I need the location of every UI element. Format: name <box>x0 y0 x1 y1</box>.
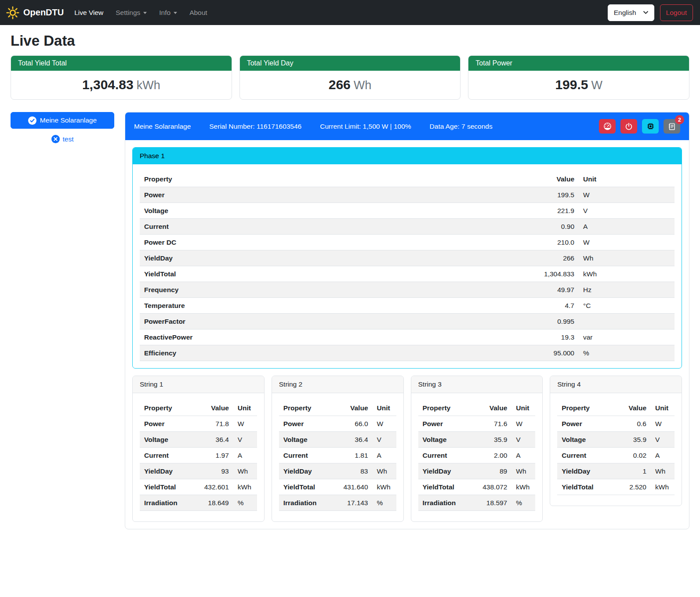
value-cell: 93 <box>194 463 233 479</box>
value-cell: 0.995 <box>508 314 579 329</box>
event-log-button[interactable]: 2 <box>664 119 680 134</box>
property-cell: Current <box>557 448 611 463</box>
value-column-header: Value <box>194 400 233 416</box>
table-row: YieldTotal2.520kWh <box>557 479 675 495</box>
table-row: Efficiency95.000% <box>140 345 675 361</box>
table-row: Irradiation18.649% <box>140 495 257 511</box>
inverter-header: Meine Solaranlage Serial Number: 1161716… <box>125 112 689 140</box>
nav-item-about[interactable]: About <box>183 5 214 20</box>
nav-item-settings[interactable]: Settings <box>109 5 153 20</box>
unit-cell: V <box>511 432 535 448</box>
property-cell: YieldDay <box>418 463 472 479</box>
property-cell: Current <box>418 448 472 463</box>
unit-column-header: Unit <box>651 400 675 416</box>
unit-cell: kWh <box>233 479 257 495</box>
unit-column-header: Unit <box>233 400 257 416</box>
nav-item-info[interactable]: Info <box>153 5 183 20</box>
logout-button[interactable]: Logout <box>660 4 693 21</box>
value-cell: 0.6 <box>611 416 651 432</box>
phase-table: PropertyValueUnitPower199.5WVoltage221.9… <box>140 171 675 361</box>
property-cell: Power <box>140 416 194 432</box>
inverter-serial: Serial Number: 116171603546 <box>209 123 301 130</box>
inverter-selector-selected[interactable]: Meine Solaranlage <box>11 112 114 129</box>
table-header-row: PropertyValueUnit <box>279 400 396 416</box>
language-select[interactable]: English <box>608 4 654 21</box>
power-button[interactable] <box>620 119 637 134</box>
property-cell: Voltage <box>140 203 508 219</box>
nav-right: English Logout <box>608 4 693 21</box>
summary-card-title: Total Yield Day <box>240 56 461 71</box>
string-card-title: String 4 <box>550 376 682 393</box>
property-cell: Power <box>418 416 472 432</box>
page-title: Live Data <box>11 33 689 49</box>
value-cell: 1.81 <box>333 448 373 463</box>
value-cell: 199.5 <box>508 187 579 203</box>
value-cell: 36.4 <box>333 432 373 448</box>
value-cell: 266 <box>508 250 579 266</box>
property-column-header: Property <box>279 400 333 416</box>
property-column-header: Property <box>418 400 472 416</box>
table-row: ReactivePower19.3var <box>140 329 675 345</box>
unit-cell: var <box>579 329 675 345</box>
value-cell: 2.520 <box>611 479 651 495</box>
string-card-title: String 3 <box>411 376 543 393</box>
value-cell: 17.143 <box>333 495 373 511</box>
table-row: Voltage221.9V <box>140 203 675 219</box>
table-row: YieldDay89Wh <box>418 463 536 479</box>
string-card-1: String 1PropertyValueUnitPower71.8WVolta… <box>132 376 265 522</box>
power-icon <box>625 123 633 130</box>
check-circle-icon <box>28 116 36 125</box>
property-cell: Power <box>557 416 611 432</box>
unit-cell: kWh <box>651 479 675 495</box>
nav-item-label: Info <box>159 9 170 17</box>
summary-card-total-yield-day: Total Yield Day 266Wh <box>239 55 461 100</box>
unit-cell: A <box>373 448 396 463</box>
value-cell: 71.6 <box>472 416 511 432</box>
event-count-badge: 2 <box>675 115 684 124</box>
table-row: Current0.02A <box>557 448 675 463</box>
value-cell: 4.7 <box>508 298 579 314</box>
unit-cell: Hz <box>579 282 675 298</box>
inverter-name: Meine Solaranlage <box>134 123 191 130</box>
strings-row: String 1PropertyValueUnitPower71.8WVolta… <box>132 376 682 522</box>
value-cell: 210.0 <box>508 235 579 250</box>
table-row: Current1.81A <box>279 448 396 463</box>
summary-card-total-yield-total: Total Yield Total 1,304.83kWh <box>11 55 232 100</box>
unit-cell: Wh <box>373 463 396 479</box>
caret-down-icon <box>143 12 147 14</box>
speedometer-icon <box>603 122 612 130</box>
summary-card-value: 1,304.83 <box>82 77 134 92</box>
nav-item-label: Settings <box>116 9 140 17</box>
property-column-header: Property <box>140 171 508 187</box>
value-cell: 35.9 <box>472 432 511 448</box>
table-row: YieldDay266Wh <box>140 250 675 266</box>
property-cell: Voltage <box>418 432 472 448</box>
unit-cell: Wh <box>579 250 675 266</box>
string-card-2: String 2PropertyValueUnitPower66.0WVolta… <box>272 376 404 522</box>
value-cell: 431.640 <box>333 479 373 495</box>
property-cell: Voltage <box>557 432 611 448</box>
table-row: YieldTotal438.072kWh <box>418 479 536 495</box>
property-cell: Voltage <box>279 432 333 448</box>
property-cell: Irradiation <box>140 495 194 511</box>
inverter-selector-label: test <box>63 135 74 143</box>
table-row: Power199.5W <box>140 187 675 203</box>
string-card-title: String 2 <box>272 376 403 393</box>
limit-settings-button[interactable] <box>599 119 616 134</box>
property-column-header: Property <box>140 400 194 416</box>
table-row: YieldTotal432.601kWh <box>140 479 257 495</box>
nav-item-live-view[interactable]: Live View <box>68 5 109 20</box>
value-cell: 18.597 <box>472 495 511 511</box>
inverter-selector-unselected[interactable]: test <box>11 135 114 143</box>
restart-button[interactable] <box>642 119 659 134</box>
table-row: Temperature4.7°C <box>140 298 675 314</box>
table-row: Voltage35.9V <box>418 432 536 448</box>
property-cell: YieldDay <box>140 250 508 266</box>
unit-cell: Wh <box>511 463 535 479</box>
string-card-3: String 3PropertyValueUnitPower71.6WVolta… <box>411 376 543 522</box>
unit-cell: Wh <box>233 463 257 479</box>
value-cell: 0.02 <box>611 448 651 463</box>
phase-body: PropertyValueUnitPower199.5WVoltage221.9… <box>133 164 682 368</box>
unit-cell: Wh <box>651 463 675 479</box>
brand[interactable]: OpenDTU <box>6 6 64 19</box>
